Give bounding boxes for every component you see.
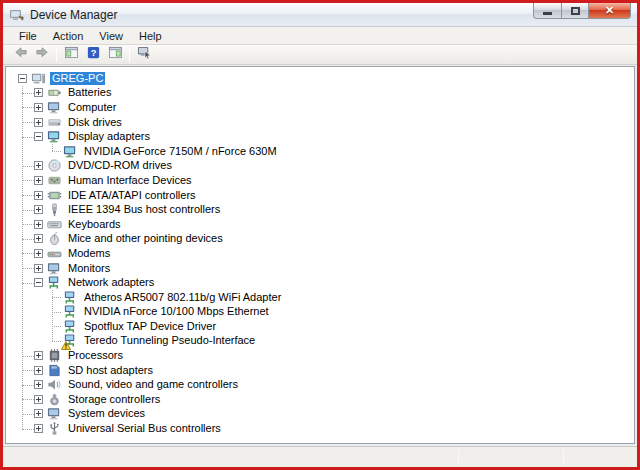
tree-item-atheros-ar5007-802-11b-g-wifi-adapter[interactable]: Atheros AR5007 802.11b/g WiFi Adapter	[6, 290, 634, 305]
network-adapter-icon	[63, 319, 78, 334]
help-button[interactable]: ?	[82, 46, 104, 64]
toolbar-separator	[129, 48, 130, 62]
tree-item-mice-and-other-pointing-devices[interactable]: Mice and other pointing devices	[6, 232, 634, 247]
tree-item-label: Sound, video and game controllers	[66, 378, 240, 391]
statusbar	[3, 446, 637, 467]
menu-file[interactable]: File	[11, 28, 45, 44]
show-action-pane-button[interactable]	[104, 46, 126, 64]
tree-item-universal-serial-bus-controllers[interactable]: Universal Serial Bus controllers	[6, 421, 634, 436]
battery-icon	[47, 85, 62, 100]
tree-item-sound-video-and-game-controllers[interactable]: Sound, video and game controllers	[6, 377, 634, 392]
tree-item-batteries[interactable]: Batteries	[6, 86, 634, 101]
ieee1394-icon	[47, 202, 62, 217]
tree-item-label: Storage controllers	[66, 393, 162, 406]
tree-item-label: Mice and other pointing devices	[66, 232, 225, 245]
expand-toggle[interactable]	[34, 424, 43, 433]
tree-item-human-interface-devices[interactable]: Human Interface Devices	[6, 173, 634, 188]
menubar: FileActionViewHelp	[3, 27, 637, 45]
tree-item-keyboards[interactable]: Keyboards	[6, 217, 634, 232]
tree-connector	[22, 137, 34, 138]
expand-toggle[interactable]	[34, 88, 43, 97]
expand-toggle[interactable]	[34, 161, 43, 170]
expand-toggle[interactable]	[34, 176, 43, 185]
resize-grip[interactable]	[619, 449, 637, 467]
tree-item-disk-drives[interactable]: Disk drives	[6, 115, 634, 130]
tree-item-label: Processors	[66, 349, 125, 362]
show-console-tree-button[interactable]	[60, 46, 82, 64]
expand-toggle[interactable]	[34, 264, 43, 273]
expand-toggle[interactable]	[34, 205, 43, 214]
tree-item-label: NVIDIA GeForce 7150M / nForce 630M	[82, 145, 279, 158]
expand-toggle[interactable]	[34, 118, 43, 127]
window-controls: ✕	[533, 3, 631, 19]
tree-connector	[22, 356, 34, 357]
forward-button[interactable]	[31, 46, 53, 64]
menu-action[interactable]: Action	[45, 28, 92, 44]
collapse-toggle[interactable]	[18, 74, 27, 83]
tree-connector	[22, 239, 34, 240]
menu-help[interactable]: Help	[131, 28, 170, 44]
tree-item-greg-pc[interactable]: GREG-PC	[6, 71, 634, 86]
tree-item-teredo-tunneling-pseudo-interface[interactable]: Teredo Tunneling Pseudo-Interface	[6, 334, 634, 349]
expand-toggle[interactable]	[34, 409, 43, 418]
tree-connector	[22, 253, 34, 254]
dvd-icon	[47, 158, 62, 173]
tree-item-computer[interactable]: Computer	[6, 100, 634, 115]
expand-toggle[interactable]	[34, 380, 43, 389]
tree-item-label: Human Interface Devices	[66, 174, 194, 187]
tree-connector	[22, 268, 34, 269]
tree-connector	[52, 312, 61, 313]
tree-item-storage-controllers[interactable]: Storage controllers	[6, 392, 634, 407]
scan-hardware-changes-button[interactable]	[133, 46, 155, 64]
close-button[interactable]: ✕	[589, 3, 631, 19]
expand-toggle[interactable]	[34, 220, 43, 229]
maximize-button[interactable]	[562, 3, 589, 19]
tree-connector	[52, 326, 61, 327]
network-adapter-icon	[47, 275, 62, 290]
tree-item-network-adapters[interactable]: Network adapters	[6, 275, 634, 290]
menu-view[interactable]: View	[91, 28, 131, 44]
tree-item-dvd-cd-rom-drives[interactable]: DVD/CD-ROM drives	[6, 159, 634, 174]
tree-item-sd-host-adapters[interactable]: SD host adapters	[6, 363, 634, 378]
arrow-right-icon	[35, 45, 50, 64]
tree-item-system-devices[interactable]: System devices	[6, 407, 634, 422]
tree-item-label: Universal Serial Bus controllers	[66, 422, 223, 435]
network-adapter-icon	[63, 290, 78, 305]
expand-toggle[interactable]	[34, 103, 43, 112]
tree-item-ide-ata-atapi-controllers[interactable]: IDE ATA/ATAPI controllers	[6, 188, 634, 203]
minimize-button[interactable]	[533, 3, 562, 19]
collapse-toggle[interactable]	[34, 278, 43, 287]
tree-item-label: NVIDIA nForce 10/100 Mbps Ethernet	[82, 305, 271, 318]
computer-icon	[47, 100, 62, 115]
svg-text:?: ?	[90, 48, 96, 58]
tree-item-processors[interactable]: Processors	[6, 348, 634, 363]
expand-toggle[interactable]	[34, 234, 43, 243]
device-manager-icon	[9, 7, 25, 23]
tree-connector	[22, 414, 34, 415]
tree-item-spotflux-tap-device-driver[interactable]: Spotflux TAP Device Driver	[6, 319, 634, 334]
tree-item-label: DVD/CD-ROM drives	[66, 159, 174, 172]
tree-item-display-adapters[interactable]: Display adapters	[6, 129, 634, 144]
expand-toggle[interactable]	[34, 366, 43, 375]
tree-item-monitors[interactable]: Monitors	[6, 261, 634, 276]
minimize-icon	[543, 12, 552, 15]
back-button[interactable]	[9, 46, 31, 64]
tree-item-modems[interactable]: Modems	[6, 246, 634, 261]
tree-item-label: Monitors	[66, 262, 112, 275]
expand-toggle[interactable]	[34, 351, 43, 360]
expand-toggle[interactable]	[34, 395, 43, 404]
storage-controller-icon	[47, 392, 62, 407]
scan-computer-icon	[137, 45, 152, 64]
tree-item-ieee-1394-bus-host-controllers[interactable]: IEEE 1394 Bus host controllers	[6, 202, 634, 217]
tree-item-label: System devices	[66, 407, 147, 420]
toolbar-separator	[56, 48, 57, 62]
disk-drive-icon	[47, 115, 62, 130]
expand-toggle[interactable]	[34, 249, 43, 258]
tree-connector	[22, 224, 34, 225]
collapse-toggle[interactable]	[34, 132, 43, 141]
tree-item-nvidia-geforce-7150m-nforce-630m[interactable]: NVIDIA GeForce 7150M / nForce 630M	[6, 144, 634, 159]
tree-item-label: IDE ATA/ATAPI controllers	[66, 189, 198, 202]
tree-item-nvidia-nforce-10-100-mbps-ethernet[interactable]: NVIDIA nForce 10/100 Mbps Ethernet	[6, 305, 634, 320]
tree-connector	[22, 107, 34, 108]
expand-toggle[interactable]	[34, 191, 43, 200]
